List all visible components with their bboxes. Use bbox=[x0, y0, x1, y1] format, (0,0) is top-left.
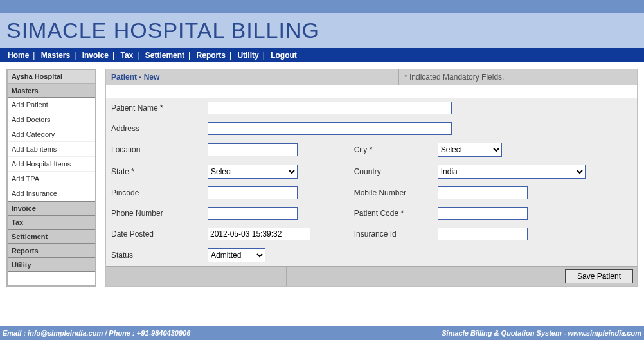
state-select[interactable]: Select bbox=[208, 165, 298, 179]
menu-masters[interactable]: Masters bbox=[40, 51, 71, 60]
menu-invoice[interactable]: Invoice bbox=[81, 51, 110, 60]
bottom-bar: Email : info@simpleindia.com / Phone : +… bbox=[0, 326, 644, 340]
menu-sep: | bbox=[260, 51, 267, 60]
content-heading: Patient - New bbox=[106, 69, 399, 85]
top-accent-bar bbox=[0, 0, 644, 13]
label-state: State * bbox=[106, 161, 202, 183]
menu-settlement[interactable]: Settlement bbox=[144, 51, 186, 60]
sidebar-item-add-insurance[interactable]: Add Insurance bbox=[8, 186, 95, 201]
phone-input[interactable] bbox=[208, 207, 298, 220]
pincode-input[interactable] bbox=[208, 186, 298, 199]
empty-cell bbox=[433, 244, 637, 266]
menubar: Home| Masters| Invoice| Tax| Settlement|… bbox=[0, 48, 644, 62]
status-select[interactable]: Admitted bbox=[208, 248, 265, 262]
footer-system-name: Simacle Billing & Quotation System - www… bbox=[442, 329, 641, 337]
label-address: Address bbox=[106, 118, 202, 139]
white-strip bbox=[106, 85, 637, 98]
sidebar-section-utility[interactable]: Utility bbox=[8, 258, 95, 272]
sidebar-section-masters[interactable]: Masters bbox=[8, 84, 95, 98]
menu-tax[interactable]: Tax bbox=[119, 51, 134, 60]
mobile-input[interactable] bbox=[438, 186, 528, 199]
sidebar-item-add-hospital-items[interactable]: Add Hospital Items bbox=[8, 157, 95, 172]
sidebar-section-settlement[interactable]: Settlement bbox=[8, 229, 95, 244]
menu-utility[interactable]: Utility bbox=[236, 51, 260, 60]
country-select[interactable]: India bbox=[438, 165, 586, 179]
sidebar-section-tax[interactable]: Tax bbox=[8, 215, 95, 229]
location-input[interactable] bbox=[208, 143, 298, 156]
sidebar-section-invoice[interactable]: Invoice bbox=[8, 201, 95, 215]
menu-home[interactable]: Home bbox=[6, 51, 30, 60]
label-date-posted: Date Posted bbox=[106, 224, 202, 244]
date-posted-input[interactable] bbox=[208, 228, 310, 240]
menu-sep: | bbox=[71, 51, 78, 60]
label-insurance-id: Insurance Id bbox=[349, 224, 433, 244]
footer-contact: Email : info@simpleindia.com / Phone : +… bbox=[3, 329, 190, 337]
label-pincode: Pincode bbox=[106, 183, 202, 203]
label-country: Country bbox=[349, 161, 433, 183]
label-city: City * bbox=[349, 139, 433, 161]
app-title: SIMACLE HOSPITAL BILLING bbox=[6, 18, 638, 43]
patient-code-input[interactable] bbox=[438, 207, 528, 220]
address-input[interactable] bbox=[208, 122, 452, 135]
sidebar-item-add-patient[interactable]: Add Patient bbox=[8, 98, 95, 112]
form-footer: Save Patient bbox=[106, 266, 637, 286]
sidebar: Aysha Hospital Masters Add Patient Add D… bbox=[6, 69, 96, 287]
label-phone: Phone Number bbox=[106, 203, 202, 224]
menu-sep: | bbox=[227, 51, 234, 60]
patient-form: Patient Name * Address Location City * S… bbox=[106, 98, 637, 266]
empty-cell bbox=[349, 244, 433, 266]
mandatory-note: * Indicated Mandatory Fields. bbox=[399, 69, 637, 85]
sidebar-item-add-doctors[interactable]: Add Doctors bbox=[8, 112, 95, 127]
menu-logout[interactable]: Logout bbox=[269, 51, 298, 60]
menu-sep: | bbox=[110, 51, 117, 60]
patient-name-input[interactable] bbox=[208, 102, 452, 114]
label-patient-code: Patient Code * bbox=[349, 203, 433, 224]
menu-reports[interactable]: Reports bbox=[195, 51, 227, 60]
content-header: Patient - New * Indicated Mandatory Fiel… bbox=[106, 69, 637, 85]
menu-sep: | bbox=[186, 51, 193, 60]
sidebar-hospital-name: Aysha Hospital bbox=[8, 70, 95, 84]
label-mobile: Mobile Number bbox=[349, 183, 433, 203]
sidebar-item-add-category[interactable]: Add Category bbox=[8, 127, 95, 142]
label-location: Location bbox=[106, 139, 202, 161]
sidebar-item-add-tpa[interactable]: Add TPA bbox=[8, 172, 95, 186]
title-area: SIMACLE HOSPITAL BILLING bbox=[0, 13, 644, 48]
menu-sep: | bbox=[30, 51, 37, 60]
insurance-id-input[interactable] bbox=[438, 228, 528, 240]
label-status: Status bbox=[106, 244, 202, 266]
sidebar-section-reports[interactable]: Reports bbox=[8, 244, 95, 258]
label-patient-name: Patient Name * bbox=[106, 98, 202, 118]
city-select[interactable]: Select bbox=[438, 143, 502, 157]
save-patient-button[interactable]: Save Patient bbox=[565, 269, 633, 283]
sidebar-item-add-lab-items[interactable]: Add Lab items bbox=[8, 142, 95, 157]
content-panel: Patient - New * Indicated Mandatory Fiel… bbox=[105, 69, 638, 287]
menu-sep: | bbox=[134, 51, 141, 60]
